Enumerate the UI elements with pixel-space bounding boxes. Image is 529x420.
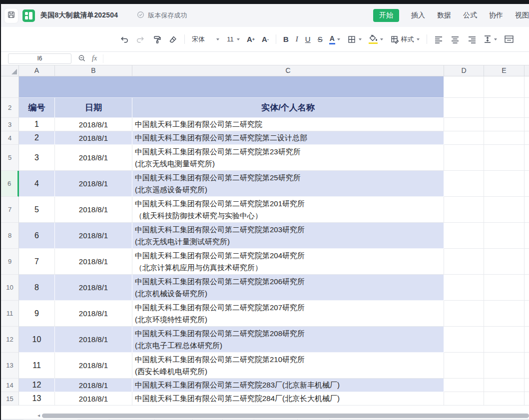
cell-entity-name[interactable]: 中国航天科工集团有限公司第二研究院第23研究所(北京无线电测量研究所) (132, 145, 444, 171)
cell-empty-d[interactable] (444, 171, 484, 197)
cell-entity-name[interactable]: 中国航天科工集团有限公司第二研究院283厂(北京新丰机械厂) (132, 379, 444, 392)
cell-empty-f[interactable] (525, 301, 529, 327)
cell-date[interactable]: 2018/8/1 (55, 145, 132, 171)
cell-empty-f[interactable] (525, 118, 529, 131)
fx-icon[interactable]: fx (92, 54, 97, 62)
cell-date[interactable]: 2018/8/1 (55, 118, 132, 131)
font-size-select[interactable]: 11 (226, 35, 240, 43)
cell-date[interactable]: 2018/8/1 (55, 131, 132, 145)
column-header-A[interactable]: A (19, 65, 55, 76)
cell-empty-f[interactable] (525, 76, 529, 98)
cell-empty-e[interactable] (484, 275, 525, 301)
cell-date[interactable]: 2018/8/1 (55, 197, 132, 223)
row-header-2[interactable]: 2 (1, 98, 19, 118)
cell-number[interactable]: 4 (19, 171, 55, 197)
cell-number[interactable]: 7 (19, 249, 55, 275)
cell-empty-e[interactable] (484, 353, 525, 379)
cell-empty-f[interactable] (525, 223, 529, 249)
column-header-D[interactable]: D (444, 65, 484, 76)
merge-cells-button[interactable] (504, 35, 514, 43)
menu-tab-协作[interactable]: 协作 (489, 11, 503, 20)
cell-empty-f[interactable] (525, 379, 529, 392)
cell-empty-f[interactable] (525, 145, 529, 171)
eraser-icon[interactable] (168, 35, 177, 44)
merged-title-cell[interactable] (19, 76, 444, 98)
cell-entity-name[interactable]: 中国航天科工集团有限公司第二研究院第206研究所(北京机械设备研究所) (132, 275, 444, 301)
horizontal-scrollbar-thumb[interactable] (42, 414, 529, 418)
cell-empty-f[interactable] (525, 327, 529, 353)
row-header-11[interactable]: 11 (1, 301, 19, 327)
line-spacing-button[interactable] (484, 35, 497, 43)
bold-button[interactable]: B (283, 35, 289, 43)
cell-date[interactable]: 2018/8/1 (55, 353, 132, 379)
cell-empty-d[interactable] (444, 145, 484, 171)
cell-number[interactable]: 12 (19, 379, 55, 392)
row-header-15[interactable]: 15 (1, 392, 19, 406)
cell-date[interactable]: 2018/8/1 (55, 275, 132, 301)
cell-empty-e[interactable] (484, 223, 525, 249)
align-left-icon[interactable] (434, 35, 444, 43)
cell-date[interactable]: 2018/8/1 (55, 392, 132, 406)
decrease-font-button[interactable]: A- (262, 35, 269, 43)
cell-number[interactable]: 13 (19, 392, 55, 406)
cell-entity-name[interactable]: 中国航天科工集团有限公司第二研究院第二设计总部 (132, 131, 444, 145)
cell-number[interactable]: 5 (19, 197, 55, 223)
cell-empty-f[interactable] (525, 353, 529, 379)
cell-entity-name[interactable]: 中国航天科工集团有限公司第二研究院第210研究所(西安长峰机电研究所) (132, 353, 444, 379)
header-cell-entity[interactable]: 实体/个人名称 (132, 98, 444, 118)
cell-empty-f[interactable] (525, 197, 529, 223)
column-header-B[interactable]: B (55, 65, 132, 76)
menu-tab-视图[interactable]: 视图 (515, 11, 529, 20)
cell-date[interactable]: 2018/8/1 (55, 223, 132, 249)
cell-empty-d[interactable] (444, 76, 484, 98)
font-name-select[interactable]: 宋体 (192, 35, 219, 44)
cell-empty-e[interactable] (484, 171, 525, 197)
menu-tab-插入[interactable]: 插入 (411, 11, 425, 20)
menu-tab-公式[interactable]: 公式 (463, 11, 477, 20)
row-header-10[interactable]: 10 (1, 275, 19, 301)
row-header-6[interactable]: 6 (1, 171, 19, 197)
cell-date[interactable]: 2018/8/1 (55, 327, 132, 353)
row-header-12[interactable]: 12 (1, 327, 19, 353)
cell-empty-e[interactable] (484, 392, 525, 406)
menu-tab-开始[interactable]: 开始 (373, 9, 399, 22)
row-header-7[interactable]: 7 (1, 197, 19, 223)
cell-entity-name[interactable]: 中国航天科工集团有限公司第二研究院 (132, 118, 444, 131)
row-header-8[interactable]: 8 (1, 223, 19, 249)
cell-empty-e[interactable] (484, 301, 525, 327)
header-cell-date[interactable]: 日期 (55, 98, 132, 118)
cell-empty-e[interactable] (484, 145, 525, 171)
row-header-1[interactable] (1, 76, 19, 98)
cell-empty-d[interactable] (444, 327, 484, 353)
cell-empty-f[interactable] (525, 392, 529, 406)
cell-style-button[interactable]: 样式 (390, 35, 420, 44)
cell-empty-e[interactable] (484, 118, 525, 131)
cell-empty-e[interactable] (484, 249, 525, 275)
cell-entity-name[interactable]: 中国航天科工集团有限公司第二研究院第203研究所(北京无线电计量测试研究所) (132, 223, 444, 249)
cell-number[interactable]: 10 (19, 327, 55, 353)
cell-empty-d[interactable] (444, 379, 484, 392)
cell-empty-d[interactable] (444, 301, 484, 327)
cell-number[interactable]: 8 (19, 275, 55, 301)
cell-empty-f[interactable] (525, 249, 529, 275)
cell-empty-d[interactable] (444, 118, 484, 131)
row-header-4[interactable]: 4 (1, 131, 19, 145)
cell-empty-f[interactable] (525, 275, 529, 301)
strikethrough-button[interactable]: S (318, 35, 323, 43)
cell-empty-d[interactable] (444, 197, 484, 223)
font-color-button[interactable]: A (330, 34, 340, 44)
align-center-icon[interactable] (451, 35, 460, 43)
scroll-left-arrow-icon[interactable]: ◂ (37, 413, 40, 419)
cell-number[interactable]: 9 (19, 301, 55, 327)
cell-name-box[interactable]: I6 (8, 53, 71, 64)
redo-icon[interactable] (136, 35, 145, 44)
cell-empty-e[interactable] (484, 379, 525, 392)
row-header-5[interactable]: 5 (1, 145, 19, 171)
increase-font-button[interactable]: A+ (247, 35, 255, 43)
cell-date[interactable]: 2018/8/1 (55, 249, 132, 275)
cell-empty-d[interactable] (444, 98, 484, 118)
row-header-14[interactable]: 14 (1, 379, 19, 392)
spreadsheet-app-icon[interactable] (22, 9, 35, 22)
cell-entity-name[interactable]: 中国航天科工集团有限公司第二研究院第208研究所(北京电子工程总体研究所) (132, 327, 444, 353)
cell-empty-e[interactable] (484, 327, 525, 353)
